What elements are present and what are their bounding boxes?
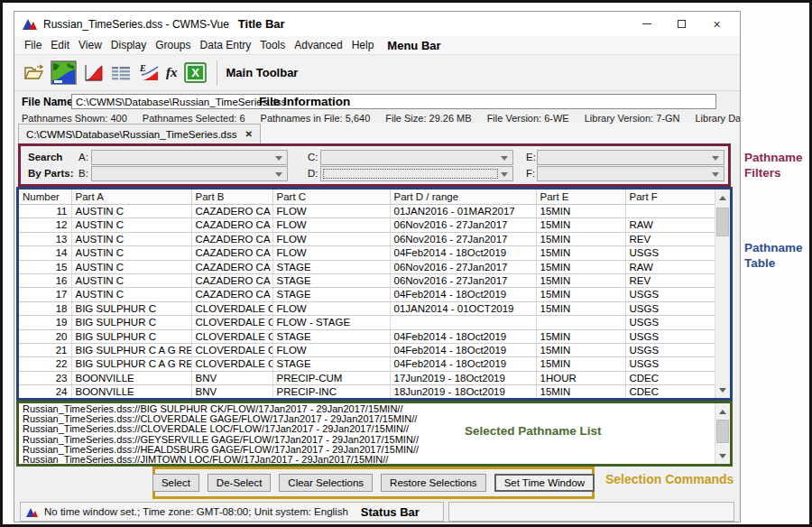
table-cell[interactable]: 23 bbox=[19, 371, 71, 384]
table-row[interactable]: 11AUSTIN CCAZADERO CAFLOW01JAN2016 - 01M… bbox=[19, 205, 715, 218]
set-time-window-button[interactable]: Set Time Window bbox=[494, 474, 595, 492]
table-cell[interactable]: RAW bbox=[625, 260, 715, 273]
menu-item-view[interactable]: View bbox=[74, 39, 106, 51]
part-d-filter-combo[interactable] bbox=[320, 166, 513, 181]
part-f-filter-combo[interactable] bbox=[537, 166, 724, 181]
menu-item-help[interactable]: Help bbox=[347, 39, 379, 51]
table-cell[interactable]: 06Nov2016 - 27Jan2017 bbox=[390, 232, 536, 245]
menu-item-display[interactable]: Display bbox=[106, 39, 151, 51]
menu-item-file[interactable]: File bbox=[20, 39, 46, 51]
table-row[interactable]: 23BOONVILLEBNVPRECIP-CUM17Jun2019 - 18Oc… bbox=[19, 371, 715, 384]
table-cell[interactable]: 06Nov2016 - 27Jan2017 bbox=[390, 218, 536, 232]
table-cell[interactable]: 01JAN2014 - 01OCT2019 bbox=[390, 301, 536, 315]
table-cell[interactable]: 15MIN bbox=[536, 329, 625, 343]
restore-selections-button[interactable]: Restore Selections bbox=[381, 474, 486, 492]
part-b-filter-combo[interactable] bbox=[91, 166, 288, 181]
plot-icon[interactable] bbox=[83, 63, 104, 82]
table-cell[interactable]: 11 bbox=[19, 205, 71, 218]
file-name-input[interactable] bbox=[71, 94, 716, 109]
scrollbar-thumb[interactable] bbox=[716, 208, 729, 236]
scroll-up-icon[interactable] bbox=[715, 404, 730, 419]
table-cell[interactable]: CAZADERO CA bbox=[191, 218, 272, 232]
table-cell[interactable] bbox=[536, 316, 625, 329]
table-cell[interactable]: 15MIN bbox=[536, 288, 625, 301]
table-cell[interactable]: BOONVILLE bbox=[71, 385, 191, 398]
tabulate-icon[interactable] bbox=[110, 64, 132, 82]
table-cell[interactable]: USGS bbox=[625, 301, 715, 315]
excel-export-icon[interactable]: X bbox=[184, 62, 207, 83]
table-cell[interactable]: RAW bbox=[625, 218, 715, 232]
table-cell[interactable] bbox=[390, 316, 536, 329]
table-cell[interactable]: USGS bbox=[625, 357, 715, 371]
table-cell[interactable]: 04Feb2014 - 18Oct2019 bbox=[390, 246, 536, 260]
table-cell[interactable]: CLOVERDALE CA bbox=[191, 329, 272, 343]
table-cell[interactable]: PRECIP-CUM bbox=[272, 371, 390, 384]
table-scrollbar[interactable] bbox=[715, 190, 730, 398]
table-cell[interactable]: 04Feb2014 - 18Oct2019 bbox=[390, 329, 536, 343]
menu-item-tools[interactable]: Tools bbox=[255, 39, 290, 51]
table-cell[interactable]: AUSTIN C bbox=[71, 288, 191, 301]
menu-item-groups[interactable]: Groups bbox=[151, 39, 195, 51]
table-cell[interactable]: 15 bbox=[19, 260, 71, 273]
column-header-part-e[interactable]: Part E bbox=[536, 190, 625, 205]
table-cell[interactable]: CDEC bbox=[625, 385, 715, 398]
table-row[interactable]: 22BIG SULPHUR C A G RESORTCLOVERDALE CAS… bbox=[19, 357, 715, 371]
table-cell[interactable]: CAZADERO CA bbox=[191, 274, 272, 288]
table-cell[interactable]: FLOW bbox=[272, 344, 390, 357]
table-row[interactable]: 14AUSTIN CCAZADERO CAFLOW04Feb2014 - 18O… bbox=[19, 246, 715, 260]
table-cell[interactable]: 15MIN bbox=[536, 344, 625, 357]
part-c-filter-combo[interactable] bbox=[320, 150, 513, 165]
table-cell[interactable]: FLOW bbox=[272, 232, 390, 245]
table-cell[interactable]: 24 bbox=[19, 385, 71, 398]
table-cell[interactable]: CAZADERO CA bbox=[191, 260, 272, 273]
scroll-down-icon[interactable] bbox=[715, 448, 730, 463]
maximize-button[interactable] bbox=[664, 12, 699, 36]
table-row[interactable]: 24BOONVILLEBNVPRECIP-INC18Jun2019 - 18Oc… bbox=[19, 385, 715, 398]
part-e-filter-combo[interactable] bbox=[537, 150, 724, 165]
table-cell[interactable]: CAZADERO CA bbox=[191, 288, 272, 301]
table-cell[interactable]: BIG SULPHUR C bbox=[71, 301, 191, 315]
table-cell[interactable]: AUSTIN C bbox=[71, 232, 191, 245]
scroll-up-icon[interactable] bbox=[715, 190, 730, 205]
column-header-part-d-range[interactable]: Part D / range bbox=[390, 190, 536, 205]
table-cell[interactable]: 1HOUR bbox=[536, 371, 625, 384]
list-item[interactable]: Russian_TimeSeries.dss://CLOVERDALE LOC/… bbox=[23, 424, 715, 434]
column-header-number[interactable]: Number bbox=[19, 190, 71, 205]
table-cell[interactable]: 15MIN bbox=[536, 205, 625, 218]
table-cell[interactable]: 14 bbox=[19, 246, 71, 260]
scroll-down-icon[interactable] bbox=[715, 383, 730, 397]
table-cell[interactable]: AUSTIN C bbox=[71, 205, 191, 218]
map-window-icon[interactable] bbox=[51, 60, 77, 85]
table-cell[interactable]: 16 bbox=[19, 274, 71, 288]
table-cell[interactable]: CLOVERDALE CA bbox=[191, 301, 272, 315]
table-row[interactable]: 13AUSTIN CCAZADERO CAFLOW06Nov2016 - 27J… bbox=[19, 232, 715, 245]
column-header-part-a[interactable]: Part A bbox=[71, 190, 191, 205]
table-cell[interactable]: 04Feb2014 - 18Oct2019 bbox=[390, 357, 536, 371]
table-cell[interactable]: CLOVERDALE CA bbox=[191, 344, 272, 357]
table-cell[interactable]: FLOW bbox=[272, 205, 390, 218]
table-cell[interactable]: STAGE bbox=[272, 329, 390, 343]
table-cell[interactable]: AUSTIN C bbox=[71, 260, 191, 273]
table-cell[interactable]: CLOVERDALE CA bbox=[191, 316, 272, 329]
table-cell[interactable]: FLOW bbox=[272, 301, 390, 315]
table-cell[interactable]: USGS bbox=[625, 288, 715, 301]
table-cell[interactable]: BIG SULPHUR C A G RESORT bbox=[71, 344, 191, 357]
menu-item-advanced[interactable]: Advanced bbox=[290, 39, 346, 51]
table-row[interactable]: 19BIG SULPHUR CCLOVERDALE CAFLOW - STAGE… bbox=[19, 316, 715, 329]
table-cell[interactable]: STAGE bbox=[272, 274, 390, 288]
table-cell[interactable]: STAGE bbox=[272, 288, 390, 301]
table-cell[interactable]: BIG SULPHUR C bbox=[71, 316, 191, 329]
table-cell[interactable]: 15MIN bbox=[536, 385, 625, 398]
table-cell[interactable]: CAZADERO CA bbox=[191, 232, 272, 245]
table-row[interactable]: 12AUSTIN CCAZADERO CAFLOW06Nov2016 - 27J… bbox=[19, 218, 715, 232]
table-cell[interactable]: AUSTIN C bbox=[71, 274, 191, 288]
table-cell[interactable]: 13 bbox=[19, 232, 71, 245]
table-row[interactable]: 18BIG SULPHUR CCLOVERDALE CAFLOW01JAN201… bbox=[19, 301, 715, 315]
select-button[interactable]: Select bbox=[152, 474, 199, 492]
table-cell[interactable]: REV bbox=[625, 232, 715, 245]
table-cell[interactable]: CDEC bbox=[625, 371, 715, 384]
table-cell[interactable]: 18 bbox=[19, 301, 71, 315]
table-cell[interactable]: 15MIN bbox=[536, 274, 625, 288]
menu-item-data-entry[interactable]: Data Entry bbox=[196, 39, 256, 51]
table-cell[interactable]: 12 bbox=[19, 218, 71, 232]
